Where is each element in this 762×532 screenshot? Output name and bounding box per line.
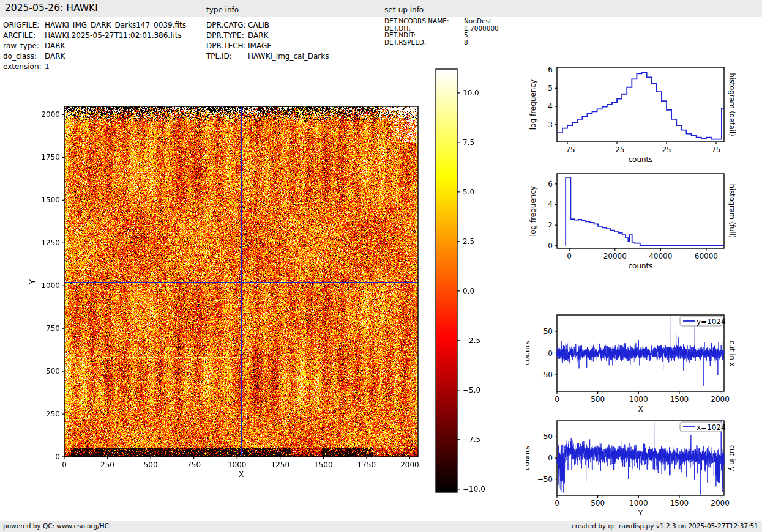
cut-in-y-plot: 0500100015002000−50050Ycountsx=1024 xyxy=(526,415,762,520)
x-tick-label: 1500 xyxy=(314,460,333,469)
axes-frame xyxy=(64,106,418,457)
setup-info-row: DET.RSPEED:8 xyxy=(384,39,499,46)
histogram-curve xyxy=(566,177,724,246)
y-tick-label: −50 xyxy=(537,371,553,379)
x-tick-label: 1750 xyxy=(357,460,376,469)
y-tick-label: 0 xyxy=(548,454,553,462)
setup-info-list: DET.NCORRS.NAME:NonDestDET.DIT:1.7000000… xyxy=(384,18,499,46)
file-info-value: HAWKI.2025-05-27T11:02:01.386.fits xyxy=(45,31,182,41)
y-tick-label: 0 xyxy=(548,349,553,358)
signal-line xyxy=(557,421,724,494)
setup-info-row: DET.NDIT:5 xyxy=(384,32,499,39)
type-info-value: DARK xyxy=(248,31,268,41)
setup-info-value: 8 xyxy=(464,39,468,46)
y-tick-label: 1500 xyxy=(41,196,60,204)
type-info-value: IMAGE xyxy=(248,41,272,51)
legend-label: y=1024 xyxy=(697,317,726,326)
y-tick-label: 0 xyxy=(548,242,553,250)
legend-label: x=1024 xyxy=(697,423,726,432)
colorbar-tick-label: 0.0 xyxy=(463,287,474,295)
x-tick-label: 75 xyxy=(711,146,720,154)
footer-left-text: powered by QC: www.eso.org/HC xyxy=(3,522,109,530)
cut-in-x-caption: cut in x xyxy=(728,341,736,367)
type-info-row: DPR.TECH:IMAGE xyxy=(206,41,329,51)
x-tick-label: 1250 xyxy=(271,460,290,469)
header-bar: 2025-05-26: HAWKI type info set-up info xyxy=(0,0,762,17)
x-tick-label: 0 xyxy=(555,395,559,404)
histogram-curve xyxy=(557,73,724,139)
qc-report-page: 2025-05-26: HAWKI type info set-up info … xyxy=(0,0,762,532)
y-tick-label: 1750 xyxy=(41,153,60,161)
y-tick-label: 1000 xyxy=(41,281,60,290)
cut-in-x-plot: 0500100015002000−50050Xcountsy=1024 xyxy=(526,309,762,418)
y-tick-label: 50 xyxy=(543,432,553,441)
dark-frame-image-plot: 0250500750100012501500175020000250500750… xyxy=(24,92,447,514)
x-axis-label: X xyxy=(638,405,643,413)
setup-info-value: 5 xyxy=(464,32,468,39)
x-tick-label: 1500 xyxy=(670,395,689,404)
file-info-value: DARK xyxy=(45,51,65,62)
y-tick-label: 6 xyxy=(548,180,553,188)
y-axis-label: Y xyxy=(28,279,37,284)
file-info-row: raw_type:DARK xyxy=(3,41,186,51)
colorbar-frame xyxy=(436,69,457,492)
y-tick-label: 6 xyxy=(548,65,553,74)
type-info-value: HAWKI_img_cal_Darks xyxy=(248,51,329,62)
type-info-row: DPR.TYPE:DARK xyxy=(206,31,329,41)
y-tick-label: 0 xyxy=(55,453,60,461)
x-tick-label: 0 xyxy=(555,499,559,508)
x-axis-label: counts xyxy=(628,155,652,164)
type-info-row: DPR.CATG:CALIB xyxy=(206,20,329,31)
type-info-label: DPR.TECH: xyxy=(206,41,248,51)
cut-in-y-caption: cut in y xyxy=(728,445,736,471)
file-info-label: do_class: xyxy=(3,51,45,62)
file-info-row: ORIGFILE:HAWKI_IMG_DARK_Darks147_0039.fi… xyxy=(3,20,186,31)
x-tick-label: 250 xyxy=(100,460,114,469)
y-tick-label: 1250 xyxy=(41,238,60,247)
y-tick-label: 2 xyxy=(548,221,553,229)
x-tick-label: 0 xyxy=(62,460,67,469)
histogram-detail-plot: −75−2525753456countslog frequency xyxy=(526,61,762,168)
y-tick-label: −50 xyxy=(537,475,553,484)
x-tick-label: 0 xyxy=(567,252,572,260)
footer-right-text: created by qc_rawdisp.py v1.2.3 on 2025-… xyxy=(572,522,758,530)
colorbar-tick-label: −10.0 xyxy=(463,485,485,493)
x-tick-label: 500 xyxy=(144,460,158,469)
x-tick-label: 25 xyxy=(662,146,671,154)
x-tick-label: 1000 xyxy=(629,395,648,404)
x-tick-label: 20000 xyxy=(603,252,627,260)
footer-bar: powered by QC: www.eso.org/HC created by… xyxy=(0,521,762,532)
y-axis-label: counts xyxy=(526,446,531,470)
y-tick-label: 250 xyxy=(46,410,60,418)
file-info-value: DARK xyxy=(45,41,65,51)
y-tick-label: 5 xyxy=(548,84,553,92)
setup-info-label: DET.RSPEED: xyxy=(384,39,464,46)
file-info-label: ORIGFILE: xyxy=(3,20,45,31)
axes-frame xyxy=(557,67,724,142)
y-tick-label: 4 xyxy=(548,102,553,111)
histogram-detail-caption: histogram (detail) xyxy=(728,73,736,136)
x-tick-label: 40000 xyxy=(649,252,672,260)
type-info-label: TPL.ID: xyxy=(206,51,248,62)
y-tick-label: 3 xyxy=(548,120,553,129)
x-axis-label: Y xyxy=(638,509,643,517)
file-info-label: raw_type: xyxy=(3,41,45,51)
x-tick-label: 2000 xyxy=(711,499,730,508)
y-axis-label: log frequency xyxy=(529,186,537,236)
colorbar-tick-label: −5.0 xyxy=(463,386,480,394)
file-info-row: ARCFILE:HAWKI.2025-05-27T11:02:01.386.fi… xyxy=(3,31,186,41)
type-info-value: CALIB xyxy=(248,20,269,31)
colorbar-axes: 10.07.55.02.50.0−2.5−5.0−7.5−10.0 xyxy=(431,64,511,508)
x-tick-label: 1000 xyxy=(629,499,648,508)
y-tick-label: 4 xyxy=(548,200,553,209)
setup-info-row: DET.NCORRS.NAME:NonDest xyxy=(384,18,499,25)
histogram-full-plot: 02000040000600000246countslog frequency xyxy=(526,168,762,272)
file-info-row: extension:1 xyxy=(3,62,186,72)
x-tick-label: 2000 xyxy=(711,395,730,404)
file-info-label: ARCFILE: xyxy=(3,31,45,41)
x-tick-label: 1000 xyxy=(228,460,247,469)
signal-line xyxy=(557,316,724,385)
x-tick-label: 500 xyxy=(591,395,605,404)
x-tick-label: 750 xyxy=(187,460,201,469)
colorbar-tick-label: 10.0 xyxy=(463,89,479,97)
